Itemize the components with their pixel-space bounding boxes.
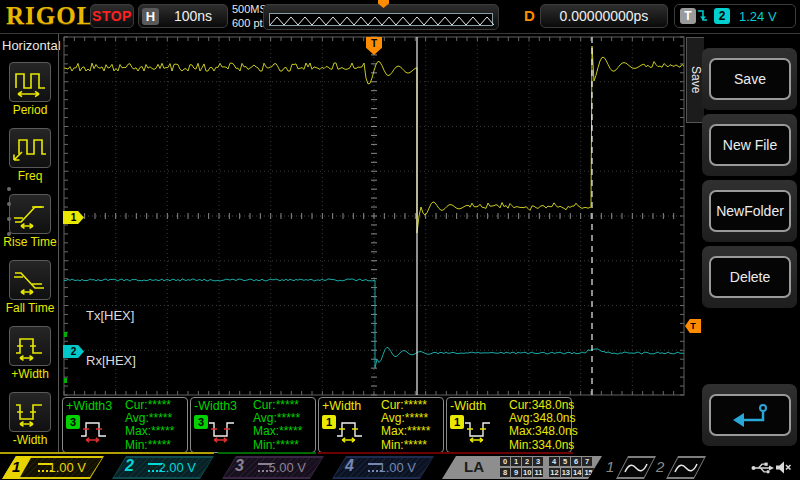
sine-wave-icon: [622, 460, 650, 476]
oscilloscope-screen: RIGOL STOP H 100ns 500MSa/s 600 pts D 0.…: [0, 0, 800, 480]
delete-button[interactable]: Delete: [709, 256, 791, 298]
la-digit: 13: [561, 468, 571, 477]
source-1-waveform[interactable]: [616, 456, 656, 479]
bus-tx-marker: [64, 332, 67, 337]
la-digit: 15: [583, 468, 593, 477]
la-digit: 5: [560, 457, 570, 466]
bus-tx-label: Tx[HEX]: [86, 308, 134, 323]
neg-width-icon: [206, 414, 244, 444]
measurement-cell-neg-width3[interactable]: -Width3 3 Cur:***** Avg:***** Max:***** …: [190, 397, 316, 453]
new-folder-button[interactable]: NewFolder: [709, 190, 791, 232]
la-digit: 8: [500, 468, 510, 477]
measure-underline: [0, 452, 214, 454]
channel-4-status[interactable]: 4 1.00 V: [332, 456, 434, 479]
source-1-label: 1: [606, 458, 614, 475]
la-digit: 0: [500, 457, 510, 466]
status-bar: 1 1.00 V 2 2.00 V 3 5.00 V 4 1.00 V LA 0: [0, 455, 800, 480]
measure-underline: [318, 452, 573, 454]
la-digit: 6: [571, 457, 581, 466]
la-digit: 2: [522, 457, 532, 466]
channel-3-status[interactable]: 3 5.00 V: [222, 456, 324, 479]
channel-1-status[interactable]: 1 1.00 V: [2, 456, 104, 479]
la-digit: 11: [533, 468, 543, 477]
pos-width-icon: [78, 414, 116, 444]
measurement-cell-neg-width[interactable]: -Width 1 Cur:348.0ns Avg:348.0ns Max:348…: [446, 397, 572, 453]
return-arrow-icon: [727, 401, 773, 429]
la-digit: 7: [582, 457, 592, 466]
pos-width-icon: [334, 414, 372, 444]
la-digit: 10: [522, 468, 532, 477]
la-digit: 12: [549, 468, 559, 477]
la-digit: 14: [572, 468, 582, 477]
measurement-cell-pos-width[interactable]: +Width 1 Cur:***** Avg:***** Max:***** M…: [318, 397, 444, 453]
channel-2-status[interactable]: 2 2.00 V: [112, 456, 214, 479]
la-digit: 9: [511, 468, 521, 477]
usb-icon[interactable]: [750, 460, 776, 476]
back-button[interactable]: [709, 394, 791, 436]
bus-rx-label: Rx[HEX]: [86, 353, 136, 368]
la-digit-grid: 01234567 89101112131415: [500, 457, 595, 479]
la-digit: 4: [549, 457, 559, 466]
neg-width-icon: [462, 414, 500, 444]
new-file-button[interactable]: New File: [709, 124, 791, 166]
bus-rx-marker: [64, 378, 67, 383]
sine-wave-icon: [672, 460, 700, 476]
measure-underline: [218, 452, 316, 454]
source-2-label: 2: [656, 458, 664, 475]
source-2-waveform[interactable]: [666, 456, 706, 479]
la-digit: 3: [533, 457, 543, 466]
logic-analyzer-status[interactable]: LA 01234567 89101112131415: [442, 456, 602, 479]
save-button[interactable]: Save: [709, 58, 791, 100]
speaker-muted-icon[interactable]: [774, 459, 792, 476]
la-digit: 1: [511, 457, 521, 466]
measurement-cell-pos-width3[interactable]: +Width3 3 Cur:***** Avg:***** Max:***** …: [62, 397, 188, 453]
